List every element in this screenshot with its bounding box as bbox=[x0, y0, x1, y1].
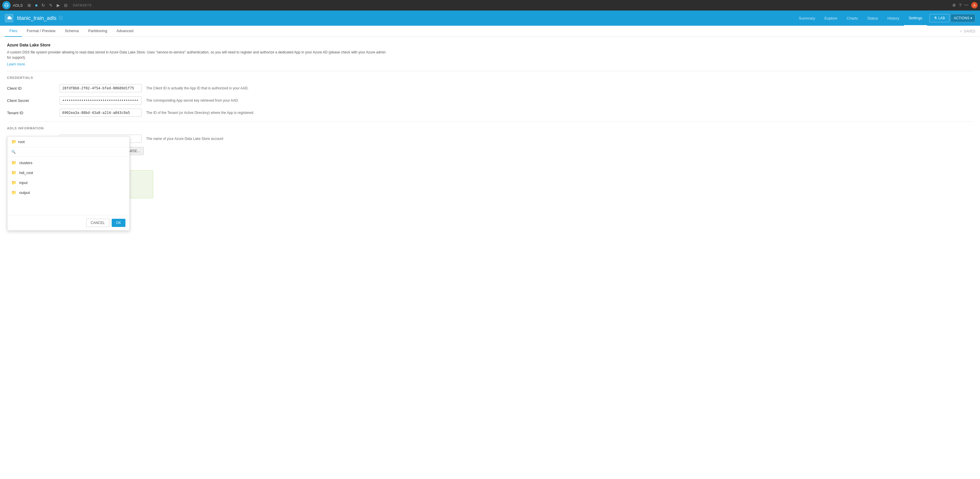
tab-advanced[interactable]: Advanced bbox=[112, 26, 138, 37]
browse-item-clusters-label: clusters bbox=[19, 161, 32, 165]
main-content: Azure Data Lake Store A custom DSS file … bbox=[0, 37, 980, 479]
browse-item-input-label: input bbox=[19, 181, 27, 185]
browse-item-output[interactable]: 📁 output bbox=[7, 187, 129, 197]
lab-flask-icon: ⚗ bbox=[934, 16, 937, 20]
tenant-id-label: Tenant ID bbox=[7, 111, 60, 115]
sub-tabs: Files Format / Preview Schema Partitioni… bbox=[0, 26, 980, 37]
folder-input-icon: 📁 bbox=[11, 180, 16, 185]
folder-hdi-root-icon: 📁 bbox=[11, 170, 16, 175]
tenant-id-hint: The ID of the Tenant (or Active Director… bbox=[146, 111, 254, 115]
search-icon: 🔍 bbox=[11, 150, 16, 154]
edit-icon[interactable]: ✎ bbox=[48, 2, 54, 8]
browse-item-clusters[interactable]: 📁 clusters bbox=[7, 158, 129, 168]
app-name: ADLS bbox=[13, 3, 23, 8]
nav-settings[interactable]: Settings bbox=[904, 11, 927, 26]
actions-button[interactable]: ACTIONS ▾ bbox=[950, 14, 975, 22]
provider-title: Azure Data Lake Store bbox=[7, 43, 973, 47]
stream-icon[interactable]: ⊞ bbox=[26, 2, 32, 8]
nav-summary[interactable]: Summary bbox=[794, 11, 820, 26]
lab-button[interactable]: ⚗ LAB bbox=[929, 14, 950, 22]
tenant-id-input[interactable] bbox=[60, 109, 142, 117]
dataset-icon[interactable]: ■ bbox=[34, 2, 38, 8]
folder-output-icon: 📁 bbox=[11, 190, 16, 195]
dataset-nav: Summary Explore Charts Status History Se… bbox=[794, 11, 927, 26]
browse-root-label[interactable]: root bbox=[18, 140, 25, 144]
dataset-bar: titanic_train_adls ⓘ Summary Explore Cha… bbox=[0, 11, 980, 26]
svg-point-0 bbox=[5, 3, 8, 7]
tab-schema[interactable]: Schema bbox=[60, 26, 84, 37]
provider-desc: A custom DSS file system provider allowi… bbox=[7, 50, 387, 60]
browse-search-bar: 🔍 bbox=[7, 147, 129, 157]
provider-section: Azure Data Lake Store A custom DSS file … bbox=[7, 43, 973, 66]
activity-icon[interactable]: 〰 bbox=[964, 3, 968, 8]
account-name-row: ADLS Account Name The name of your Azure… bbox=[7, 135, 973, 143]
client-id-label: Client ID bbox=[7, 86, 60, 90]
nav-explore[interactable]: Explore bbox=[820, 11, 842, 26]
gear-icon[interactable]: ⚙ bbox=[952, 3, 956, 8]
datasets-label: DATASETS bbox=[73, 3, 92, 7]
folder-root-icon: 📁 bbox=[11, 139, 16, 144]
saved-badge: ✓ SAVED bbox=[959, 29, 975, 33]
account-name-hint: The name of your Azure Data Lake Store a… bbox=[146, 137, 223, 141]
client-secret-label: Client Secret bbox=[7, 98, 60, 103]
dataset-title: titanic_train_adls bbox=[17, 15, 56, 21]
help-icon[interactable]: ? bbox=[959, 3, 961, 8]
dataset-info-icon[interactable]: ⓘ bbox=[59, 16, 63, 21]
saved-label: SAVED bbox=[964, 29, 975, 33]
top-bar-right: ⚙ ? 〰 A bbox=[952, 2, 978, 8]
grid-icon[interactable]: ⊟ bbox=[63, 2, 69, 8]
tenant-id-row: Tenant ID The ID of the Tenant (or Activ… bbox=[7, 109, 973, 117]
client-secret-row: Client Secret The corresponding App secr… bbox=[7, 97, 973, 105]
browse-footer: CANCEL OK bbox=[7, 215, 129, 230]
tab-format-preview[interactable]: Format / Preview bbox=[22, 26, 60, 37]
client-secret-input[interactable] bbox=[60, 97, 142, 105]
cancel-button[interactable]: CANCEL bbox=[86, 219, 109, 227]
client-id-input[interactable] bbox=[60, 84, 142, 92]
browse-dropdown: 📁 root 🔍 📁 clusters 📁 hdi_root 📁 input 📁… bbox=[7, 136, 130, 231]
dataset-cloud-icon bbox=[5, 14, 13, 22]
client-secret-hint: The corresponding App secret key retriev… bbox=[146, 98, 239, 103]
browse-breadcrumb: 📁 root bbox=[7, 136, 129, 147]
nav-charts[interactable]: Charts bbox=[842, 11, 862, 26]
saved-check-icon: ✓ bbox=[959, 29, 963, 33]
refresh-icon[interactable]: ↻ bbox=[40, 2, 46, 8]
adls-header: ADLS INFORMATION bbox=[7, 127, 973, 130]
play-icon[interactable]: ▶ bbox=[56, 2, 61, 8]
tab-files[interactable]: Files bbox=[5, 26, 22, 37]
learn-more-link[interactable]: Learn more bbox=[7, 62, 25, 66]
nav-history[interactable]: History bbox=[883, 11, 904, 26]
path-row: Path BROWSE... bbox=[7, 147, 973, 155]
nav-status[interactable]: Status bbox=[862, 11, 883, 26]
folder-clusters-icon: 📁 bbox=[11, 160, 16, 165]
client-id-hint: The Client ID is actually the App ID tha… bbox=[146, 86, 248, 90]
user-avatar[interactable]: A bbox=[971, 2, 978, 8]
ok-button[interactable]: OK bbox=[112, 219, 126, 227]
client-id-row: Client ID The Client ID is actually the … bbox=[7, 84, 973, 92]
top-bar-icons: ⊞ ■ ↻ ✎ ▶ ⊟ DATASETS bbox=[26, 2, 92, 8]
tab-partitioning[interactable]: Partitioning bbox=[83, 26, 112, 37]
browse-list: 📁 clusters 📁 hdi_root 📁 input 📁 output bbox=[7, 157, 129, 215]
app-logo[interactable] bbox=[2, 1, 11, 10]
credentials-header: CREDENTIALS bbox=[7, 76, 973, 79]
browse-item-hdi-root[interactable]: 📁 hdi_root bbox=[7, 168, 129, 178]
browse-item-hdi-root-label: hdi_root bbox=[19, 171, 33, 175]
browse-item-input[interactable]: 📁 input bbox=[7, 178, 129, 187]
browse-item-output-label: output bbox=[19, 190, 30, 195]
browse-search-input[interactable] bbox=[18, 149, 126, 154]
top-bar: ADLS ⊞ ■ ↻ ✎ ▶ ⊟ DATASETS ⚙ ? 〰 A bbox=[0, 0, 980, 11]
